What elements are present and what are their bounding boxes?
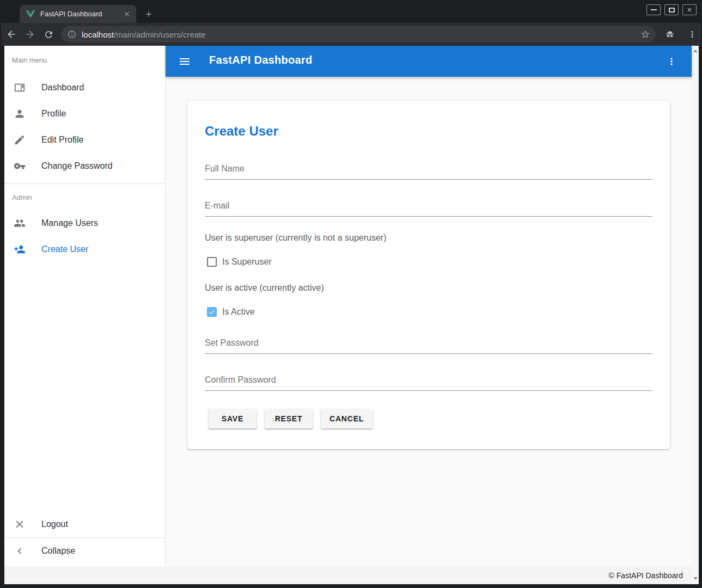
dashboard-icon (13, 81, 26, 94)
email-input[interactable] (205, 201, 652, 217)
sidebar-item-change-password[interactable]: Change Password (4, 153, 165, 179)
copyright-text: © FastAPI Dashboard (609, 571, 683, 580)
superuser-checkbox[interactable] (207, 257, 217, 267)
chevron-left-icon (13, 544, 26, 558)
check-icon (208, 308, 216, 316)
email-field (205, 201, 652, 217)
full-name-field (205, 164, 652, 180)
form-buttons: SAVE RESET CANCEL (209, 409, 373, 428)
sidebar-toggle-button[interactable] (178, 54, 192, 69)
url-text: localhost/main/admin/users/create (82, 30, 640, 39)
sidebar-item-manage-users[interactable]: Manage Users (4, 210, 165, 236)
app-bar-menu-button[interactable] (664, 54, 679, 69)
sidebar-section-admin: Admin (4, 183, 165, 210)
active-hint: User is active (currently active) (205, 283, 324, 293)
minimize-icon (651, 9, 657, 10)
browser-tab-bar: FastAPI Dashboard (0, 0, 702, 23)
sidebar-item-label: Collapse (41, 546, 75, 556)
confirm-password-input[interactable] (205, 375, 652, 391)
reload-button[interactable] (40, 26, 57, 42)
people-icon (13, 217, 26, 230)
sidebar-item-edit-profile[interactable]: Edit Profile (4, 127, 165, 153)
more-vert-icon (687, 29, 697, 39)
sidebar-item-label: Profile (41, 109, 66, 119)
confirm-password-field (205, 375, 652, 391)
sidebar-item-label: Dashboard (41, 83, 84, 93)
superuser-checkbox-label: Is Superuser (222, 257, 272, 267)
url-host: localhost (82, 30, 114, 39)
triangle-up-icon (693, 50, 698, 52)
close-icon (123, 10, 131, 18)
reset-button[interactable]: RESET (265, 409, 313, 428)
browser-window: FastAPI Dashboard (0, 0, 702, 588)
hamburger-menu-icon (178, 55, 191, 68)
page-title: Create User (205, 124, 278, 139)
vue-logo-icon (26, 10, 35, 18)
back-button[interactable] (3, 26, 20, 42)
app-bar-title: FastAPI Dashboard (209, 54, 313, 66)
page-footer: © FastAPI Dashboard (4, 566, 692, 584)
superuser-checkbox-row[interactable]: Is Superuser (207, 257, 272, 267)
star-icon (640, 29, 650, 39)
active-checkbox-label: Is Active (222, 307, 255, 317)
sidebar-item-create-user[interactable]: Create User (4, 236, 165, 262)
sidebar-item-dashboard[interactable]: Dashboard (4, 75, 165, 101)
pencil-icon (13, 133, 26, 146)
sidebar-item-profile[interactable]: Profile (4, 101, 165, 127)
tab-close-button[interactable] (122, 9, 132, 19)
set-password-input[interactable] (205, 338, 652, 354)
scroll-up-button[interactable] (692, 47, 699, 54)
close-window-button[interactable] (682, 4, 697, 15)
window-controls (646, 4, 697, 15)
close-icon (686, 7, 693, 13)
sidebar-item-label: Edit Profile (41, 135, 83, 145)
sidebar: Main menu Dashboard Profile Edit Profile (4, 46, 166, 566)
set-password-field (205, 338, 652, 354)
triangle-down-icon (693, 577, 698, 580)
maximize-button[interactable] (664, 4, 679, 15)
forward-button[interactable] (22, 26, 38, 42)
browser-tab[interactable]: FastAPI Dashboard (20, 5, 136, 23)
page-content: Main menu Dashboard Profile Edit Profile (4, 46, 699, 584)
more-vert-icon (666, 56, 677, 67)
sidebar-item-label: Change Password (41, 161, 113, 171)
reload-icon (44, 29, 54, 40)
scrollbar[interactable] (692, 46, 699, 584)
bookmark-star-button[interactable] (640, 29, 650, 39)
browser-menu-button[interactable] (684, 26, 700, 42)
arrow-back-icon (6, 29, 17, 40)
active-checkbox[interactable] (207, 307, 217, 317)
tab-title: FastAPI Dashboard (40, 10, 122, 18)
new-tab-button[interactable] (142, 8, 155, 21)
active-checkbox-row[interactable]: Is Active (207, 307, 255, 317)
close-icon (13, 518, 26, 531)
url-path: /main/admin/users/create (114, 30, 205, 39)
plus-icon (144, 10, 153, 19)
incognito-icon (662, 26, 678, 42)
create-user-card: Create User User is superuser (currently… (187, 101, 670, 449)
browser-toolbar: localhost/main/admin/users/create (1, 23, 701, 46)
sidebar-item-label: Logout (41, 519, 68, 529)
maximize-icon (669, 8, 675, 13)
cancel-button[interactable]: CANCEL (321, 409, 373, 428)
full-name-input[interactable] (205, 164, 652, 180)
save-button[interactable]: SAVE (209, 409, 257, 428)
sidebar-item-collapse[interactable]: Collapse (4, 538, 165, 564)
key-icon (13, 160, 26, 173)
app-bar: FastAPI Dashboard (166, 46, 692, 77)
site-info-icon[interactable] (68, 30, 76, 39)
person-icon (13, 107, 26, 120)
sidebar-item-label: Create User (41, 244, 88, 254)
superuser-hint: User is superuser (currently is not a su… (205, 233, 386, 243)
sidebar-item-label: Manage Users (41, 218, 98, 228)
arrow-forward-icon (25, 29, 35, 40)
sidebar-section-main-menu: Main menu (4, 46, 165, 75)
sidebar-item-logout[interactable]: Logout (4, 511, 165, 537)
address-bar[interactable]: localhost/main/admin/users/create (61, 26, 656, 42)
person-add-icon (13, 243, 26, 256)
minimize-button[interactable] (646, 4, 661, 15)
sidebar-spacer (4, 262, 165, 511)
scroll-down-button[interactable] (692, 574, 699, 582)
